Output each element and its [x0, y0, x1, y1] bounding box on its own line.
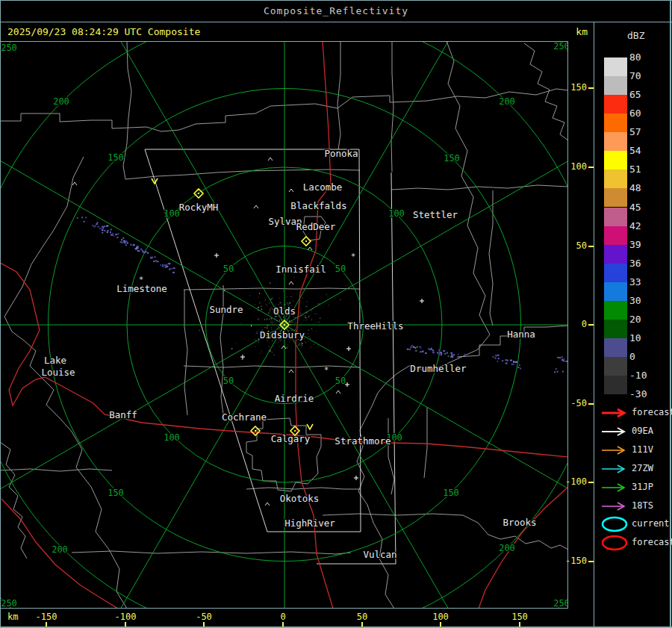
clutter-pixel	[290, 320, 291, 322]
city-label: Banff	[109, 409, 137, 420]
clutter-pixel	[274, 318, 275, 319]
clutter-pixel	[287, 303, 288, 304]
radar-echo-pixel	[116, 237, 118, 238]
clutter-pixel	[273, 354, 274, 355]
radar-echo-pixel	[113, 235, 114, 237]
caret-marker	[308, 247, 312, 250]
city-label: Limestone	[116, 283, 167, 294]
radar-echo-pixel	[77, 217, 78, 219]
radar-echo-pixel	[407, 349, 408, 350]
radar-echo-pixel	[459, 357, 461, 358]
legend-label-111V: 111V	[632, 444, 653, 455]
city-label: ThreeHills	[347, 320, 403, 332]
city-label: Brooks	[503, 517, 536, 528]
clutter-pixel	[274, 323, 275, 323]
range-ring-label: 250	[1, 43, 17, 53]
clutter-pixel	[310, 338, 311, 338]
caret-marker	[289, 370, 293, 373]
bottom-axis-tick	[361, 622, 363, 627]
clutter-pixel	[255, 346, 255, 347]
radar-echo-pixel	[495, 358, 497, 359]
radar-echo-pixel	[104, 230, 105, 231]
right-axis-tick	[588, 403, 594, 405]
range-ring-label: 100	[164, 432, 180, 443]
radar-echo-pixel	[97, 226, 99, 228]
clutter-pixel	[267, 327, 267, 329]
clutter-pixel	[236, 343, 237, 344]
radar-echo-pixel	[136, 247, 137, 249]
clutter-pixel	[259, 302, 260, 304]
clutter-pixel	[279, 346, 280, 347]
clutter-pixel	[273, 322, 274, 323]
clutter-pixel	[301, 346, 302, 347]
radar-echo-pixel	[557, 357, 559, 358]
city-label: HighRiver	[284, 517, 335, 529]
radar-echo-pixel	[439, 349, 441, 351]
clutter-pixel	[311, 320, 312, 320]
clutter-pixel	[299, 318, 299, 319]
radar-echo-pixel	[84, 221, 85, 223]
range-ring-label: 150	[108, 152, 124, 163]
radar-echo-pixel	[162, 266, 164, 267]
city-label: Strathmore	[335, 435, 391, 447]
radar-map[interactable]: 5050505010010010010015015015015020020020…	[0, 41, 568, 609]
radar-echo-pixel	[102, 226, 104, 228]
radar-map-canvas[interactable]: 5050505010010010010015015015015020020020…	[1, 42, 567, 608]
bottom-axis-tick	[519, 622, 520, 627]
radar-echo-pixel	[81, 217, 83, 218]
radar-echo-pixel	[559, 357, 561, 358]
legend-label-09EA: 09EA	[632, 426, 653, 436]
clutter-pixel	[319, 322, 320, 323]
radar-echo-pixel	[443, 350, 445, 352]
clutter-pixel	[286, 319, 287, 320]
clutter-pixel	[261, 327, 262, 328]
range-ring-label: 200	[53, 96, 69, 107]
clutter-pixel	[300, 352, 302, 353]
city-label: Hanna	[507, 329, 535, 340]
city-label: Olds	[273, 305, 296, 317]
clutter-pixel	[298, 327, 299, 328]
radar-echo-pixel	[417, 346, 418, 348]
radar-echo-pixel	[122, 242, 123, 243]
right-axis-tick	[588, 246, 594, 247]
clutter-pixel	[311, 379, 312, 379]
legend-ellipse-forecast	[603, 536, 626, 550]
caret-marker	[268, 158, 273, 161]
clutter-pixel	[299, 343, 300, 344]
range-ring-label: 150	[443, 488, 459, 498]
clutter-pixel	[237, 367, 237, 368]
right-axis-tick-label: -100	[561, 476, 587, 487]
radar-echo-pixel	[408, 349, 411, 350]
clutter-pixel	[308, 338, 308, 339]
clutter-pixel	[316, 314, 317, 314]
clutter-pixel	[272, 320, 273, 321]
radar-echo-pixel	[124, 242, 126, 243]
bottom-axis-tick-label: 150	[511, 612, 528, 622]
range-ring-label: 250	[553, 598, 567, 608]
radar-echo-pixel	[420, 347, 421, 349]
radar-echo-pixel	[137, 246, 139, 247]
county-boundary	[184, 290, 187, 415]
legend-label-31JP: 31JP	[632, 482, 653, 492]
radar-echo-pixel	[137, 247, 139, 249]
clutter-pixel	[315, 321, 316, 322]
clutter-pixel	[249, 367, 250, 367]
bottom-axis-tick	[46, 622, 47, 627]
clutter-pixel	[293, 320, 293, 320]
clutter-pixel	[291, 322, 292, 323]
clutter-pixel	[270, 311, 271, 312]
radar-echo-pixel	[92, 225, 93, 226]
caret-marker	[289, 189, 293, 192]
clutter-pixel	[265, 299, 266, 300]
clutter-pixel	[329, 305, 329, 305]
radar-echo-pixel	[453, 354, 455, 355]
clutter-pixel	[302, 298, 303, 299]
right-axis-tick	[588, 167, 594, 168]
clutter-pixel	[277, 342, 278, 343]
clutter-pixel	[261, 306, 262, 307]
clutter-pixel	[274, 324, 275, 325]
clutter-pixel	[267, 305, 267, 305]
radar-echo-pixel	[121, 239, 122, 240]
radar-echo-pixel	[142, 250, 143, 252]
asterisk-marker: *	[324, 365, 329, 375]
